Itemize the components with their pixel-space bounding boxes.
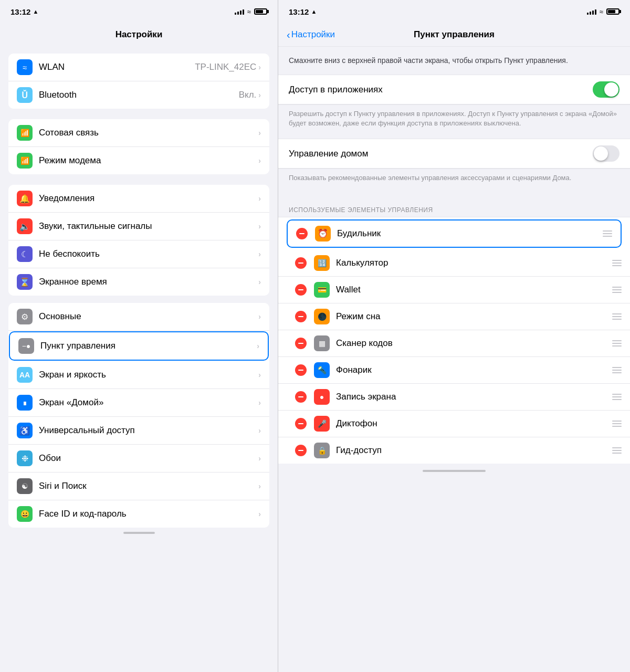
- toggle-home[interactable]: [593, 145, 620, 162]
- remove-torch-button[interactable]: [295, 364, 307, 376]
- sleep-icon-wrap: 🌑: [314, 309, 330, 324]
- settings-item-control-center[interactable]: −● Пункт управления ›: [9, 331, 269, 361]
- wallpaper-label: Обои: [39, 453, 258, 464]
- settings-item-home-screen[interactable]: ∎ Экран «Домой» ›: [8, 389, 269, 417]
- back-button[interactable]: ‹ Настройки: [287, 29, 335, 41]
- settings-item-display[interactable]: AA Экран и яркость ›: [8, 361, 269, 389]
- remove-scanner-button[interactable]: [295, 338, 307, 349]
- toggle-home-row: Управление домом: [278, 139, 630, 169]
- dnd-chevron: ›: [258, 250, 261, 258]
- guided-drag-handle[interactable]: [612, 447, 622, 454]
- control-item-calculator[interactable]: 🔢 Калькулятор: [278, 250, 630, 277]
- control-item-screen-rec[interactable]: ● Запись экрана: [278, 384, 630, 411]
- settings-item-bluetooth[interactable]: Ǔ Bluetooth Вкл. ›: [8, 81, 269, 109]
- hotspot-icon-wrap: 📶: [17, 153, 33, 169]
- settings-item-dnd[interactable]: ☾ Не беспокоить ›: [8, 240, 269, 268]
- settings-item-faceid[interactable]: 😀 Face ID и код-пароль ›: [8, 500, 269, 528]
- torch-label: Фонарик: [336, 365, 612, 375]
- general-icon-wrap: ⚙: [17, 309, 33, 324]
- back-label: Настройки: [291, 29, 335, 40]
- faceid-icon-wrap: 😀: [17, 506, 33, 522]
- control-item-guided[interactable]: 🔒 Гид-доступ: [278, 437, 630, 464]
- settings-item-wlan[interactable]: ≈ WLAN TP-LINK_42EC ›: [8, 54, 269, 81]
- wallet-icon: 💳: [318, 286, 327, 294]
- sounds-chevron: ›: [258, 222, 261, 230]
- settings-item-screen-time[interactable]: ⌛ Экранное время ›: [8, 268, 269, 296]
- remove-calculator-button[interactable]: [295, 257, 307, 269]
- display-icon-wrap: AA: [17, 367, 33, 383]
- timer-icon: ⌛: [19, 277, 30, 287]
- control-center-label: Пункт управления: [40, 341, 257, 351]
- screen-rec-drag-handle[interactable]: [612, 394, 622, 400]
- toggle-access[interactable]: [593, 81, 620, 98]
- wallet-drag-handle[interactable]: [612, 287, 622, 293]
- scroll-indicator-left: [0, 528, 278, 538]
- control-center-chevron: ›: [257, 342, 259, 350]
- remove-sleep-button[interactable]: [295, 311, 307, 322]
- voice-memo-drag-handle[interactable]: [612, 421, 622, 427]
- settings-section-network: ≈ WLAN TP-LINK_42EC › Ǔ Bluetooth Вкл. ›: [8, 54, 269, 109]
- wallpaper-icon-wrap: ❉: [17, 450, 33, 466]
- nav-bar-right: ‹ Настройки Пункт управления: [278, 23, 630, 46]
- remove-alarm-button[interactable]: [296, 228, 308, 239]
- toggle-access-label: Доступ в приложениях: [289, 85, 593, 95]
- torch-icon-wrap: 🔦: [314, 362, 330, 378]
- settings-item-accessibility[interactable]: ♿ Универсальный доступ ›: [8, 417, 269, 445]
- dnd-label: Не беспокоить: [39, 249, 258, 259]
- calculator-icon: 🔢: [318, 259, 327, 267]
- alarm-drag-handle[interactable]: [603, 230, 612, 237]
- location-icon-right: ▲: [311, 8, 317, 15]
- scanner-drag-handle[interactable]: [612, 340, 622, 346]
- remove-voice-memo-button[interactable]: [295, 418, 307, 429]
- settings-section-notifications: 🔔 Уведомления › 🔈 Звуки, тактильные сигн…: [8, 185, 269, 296]
- time-right: 13:12 ▲: [289, 7, 317, 16]
- wlan-label: WLAN: [39, 62, 195, 72]
- hotspot-chevron: ›: [258, 156, 261, 165]
- description-text: Смахните вниз с верхней правой части экр…: [289, 55, 620, 66]
- control-item-wallet[interactable]: 💳 Wallet: [278, 277, 630, 303]
- sounds-icon-wrap: 🔈: [17, 218, 33, 234]
- nav-title-left: Настройки: [116, 29, 163, 40]
- control-item-scanner[interactable]: ▦ Сканер кодов: [278, 330, 630, 357]
- left-panel: 13:12 ▲ ≈ Настройки ≈ WLAN TP: [0, 0, 278, 672]
- time-left: 13:12 ▲: [10, 7, 38, 16]
- voice-memo-label: Диктофон: [336, 418, 612, 429]
- home-screen-chevron: ›: [258, 398, 261, 407]
- control-item-voice-memo[interactable]: 🎤 Диктофон: [278, 411, 630, 437]
- nav-bar-left: Настройки: [0, 23, 278, 46]
- record-icon: ●: [320, 393, 324, 401]
- settings-section-cellular: 📶 Сотовая связь › 📶 Режим модема ›: [8, 119, 269, 174]
- notifications-icon-wrap: 🔔: [17, 191, 33, 206]
- remove-guided-button[interactable]: [295, 445, 307, 456]
- remove-wallet-button[interactable]: [295, 284, 307, 296]
- control-item-sleep[interactable]: 🌑 Режим сна: [278, 303, 630, 330]
- right-scroll-content[interactable]: Смахните вниз с верхней правой части экр…: [278, 47, 630, 672]
- screen-time-icon-wrap: ⌛: [17, 274, 33, 290]
- settings-item-sounds[interactable]: 🔈 Звуки, тактильные сигналы ›: [8, 213, 269, 240]
- control-item-torch[interactable]: 🔦 Фонарик: [278, 357, 630, 384]
- sleep-icon: 🌑: [318, 312, 327, 321]
- torch-drag-handle[interactable]: [612, 367, 622, 373]
- guided-label: Гид-доступ: [336, 445, 612, 456]
- remove-screen-rec-button[interactable]: [295, 391, 307, 403]
- control-item-alarm[interactable]: ⏰ Будильник: [287, 219, 622, 248]
- settings-item-cellular[interactable]: 📶 Сотовая связь ›: [8, 119, 269, 147]
- sound-icon: 🔈: [19, 222, 30, 232]
- status-bar-right: 13:12 ▲ ≈: [278, 0, 630, 23]
- bluetooth-value: Вкл.: [239, 90, 257, 100]
- location-icon: ▲: [33, 8, 38, 15]
- sleep-drag-handle[interactable]: [612, 313, 622, 320]
- settings-item-general[interactable]: ⚙ Основные ›: [8, 303, 269, 331]
- settings-item-wallpaper[interactable]: ❉ Обои ›: [8, 445, 269, 472]
- settings-item-notifications[interactable]: 🔔 Уведомления ›: [8, 185, 269, 213]
- hotspot-icon: 📶: [20, 156, 29, 165]
- calculator-drag-handle[interactable]: [612, 260, 622, 266]
- home-screen-icon-wrap: ∎: [17, 395, 33, 411]
- general-chevron: ›: [258, 312, 261, 321]
- scanner-label: Сканер кодов: [336, 338, 612, 349]
- siri-icon-wrap: ☯: [17, 478, 33, 494]
- signal-icon: [235, 8, 244, 15]
- settings-item-siri[interactable]: ☯ Siri и Поиск ›: [8, 472, 269, 500]
- wifi-icon: ≈: [23, 63, 27, 72]
- settings-item-hotspot[interactable]: 📶 Режим модема ›: [8, 147, 269, 174]
